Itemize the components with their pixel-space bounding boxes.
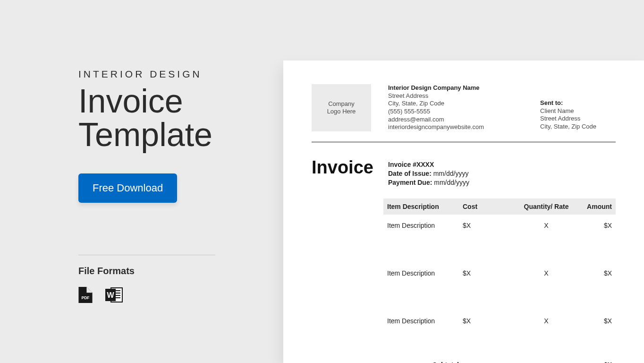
company-city: City, State, Zip Code xyxy=(388,100,523,108)
invoice-meta: Invoice #XXXX Date of Issue: mm/dd/yyyy … xyxy=(388,157,616,187)
page-title: Invoice Template xyxy=(78,85,267,152)
logo-text-1: Company xyxy=(328,100,355,107)
cell-desc: Item Description xyxy=(383,215,459,262)
table-row: Item Description $X X $X xyxy=(383,310,616,358)
subtotal-row: Subtotal: $X xyxy=(383,361,616,363)
cell-cost: $X xyxy=(459,310,516,358)
col-cost: Cost xyxy=(459,199,516,215)
cell-qty: X xyxy=(516,262,577,310)
company-logo-placeholder: Company Logo Here xyxy=(312,84,371,131)
cell-amt: $X xyxy=(577,215,616,262)
svg-text:PDF: PDF xyxy=(82,295,90,300)
client-name: Client Name xyxy=(540,107,616,115)
cell-cost: $X xyxy=(459,262,516,310)
col-quantity-rate: Quantity/ Rate xyxy=(516,199,577,215)
company-info: Interior Design Company Name Street Addr… xyxy=(388,84,523,131)
company-name: Interior Design Company Name xyxy=(388,84,523,92)
invoice-document: Company Logo Here Interior Design Compan… xyxy=(283,60,644,363)
subtotal-value: $X xyxy=(588,361,612,363)
totals-block: Subtotal: $X Discounts: $X xyxy=(383,361,616,363)
payment-due-value: mm/dd/yyyy xyxy=(432,179,469,186)
logo-text-2: Logo Here xyxy=(327,108,356,115)
items-table: Item Description Cost Quantity/ Rate Amo… xyxy=(383,199,616,358)
company-website: interiordesigncompanywebsite.com xyxy=(388,123,523,131)
cell-cost: $X xyxy=(459,215,516,262)
word-icon: W xyxy=(105,287,121,303)
date-of-issue-value: mm/dd/yyyy xyxy=(432,170,469,177)
table-row: Item Description $X X $X xyxy=(383,262,616,310)
invoice-meta-section: Invoice Invoice #XXXX Date of Issue: mm/… xyxy=(312,157,616,187)
divider xyxy=(78,255,215,255)
company-street: Street Address xyxy=(388,92,523,100)
download-panel: INTERIOR DESIGN Invoice Template Free Do… xyxy=(78,69,267,303)
cell-amt: $X xyxy=(577,310,616,358)
eyebrow: INTERIOR DESIGN xyxy=(78,69,267,80)
items-table-wrap: Item Description Cost Quantity/ Rate Amo… xyxy=(383,199,616,358)
cell-qty: X xyxy=(516,215,577,262)
table-header-row: Item Description Cost Quantity/ Rate Amo… xyxy=(383,199,616,215)
svg-text:W: W xyxy=(107,291,114,299)
cell-amt: $X xyxy=(577,262,616,310)
cell-qty: X xyxy=(516,310,577,358)
cell-desc: Item Description xyxy=(383,310,459,358)
cell-desc: Item Description xyxy=(383,262,459,310)
title-line-1: Invoice xyxy=(78,83,183,120)
payment-due-label: Payment Due: xyxy=(388,179,432,186)
table-row: Item Description $X X $X xyxy=(383,215,616,262)
title-line-2: Template xyxy=(78,116,212,153)
sent-to-block: Sent to: Client Name Street Address City… xyxy=(540,84,616,131)
free-download-button[interactable]: Free Download xyxy=(78,173,177,203)
company-phone: (555) 555-5555 xyxy=(388,108,523,116)
col-amount: Amount xyxy=(577,199,616,215)
pdf-icon: PDF xyxy=(78,287,94,303)
client-city: City, State, Zip Code xyxy=(540,123,616,131)
subtotal-label: Subtotal: xyxy=(432,361,588,363)
date-of-issue-label: Date of Issue: xyxy=(388,170,432,177)
file-format-icons: PDF W xyxy=(78,287,267,303)
client-street: Street Address xyxy=(540,115,616,123)
document-header: Company Logo Here Interior Design Compan… xyxy=(312,84,616,142)
company-email: address@email.com xyxy=(388,116,523,124)
col-description: Item Description xyxy=(383,199,459,215)
invoice-number: Invoice #XXXX xyxy=(388,161,434,168)
file-formats-label: File Formats xyxy=(78,266,267,277)
invoice-heading: Invoice xyxy=(312,157,388,187)
sent-to-label: Sent to: xyxy=(540,99,616,107)
